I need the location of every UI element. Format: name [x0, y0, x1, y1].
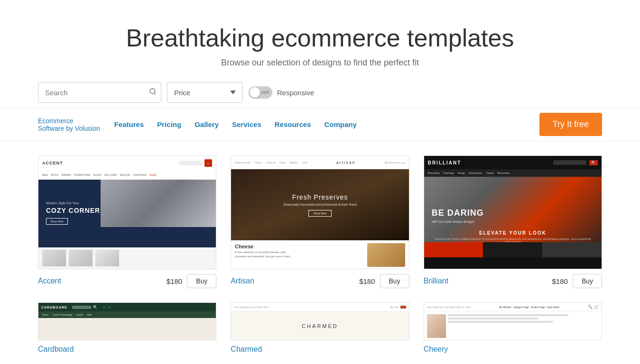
responsive-toggle[interactable]: OFF [249, 86, 272, 99]
toggle-wrapper: OFF Responsive [249, 86, 314, 99]
template-footer-cardboard: Cardboard [38, 345, 216, 354]
nav-link-features[interactable]: Features [114, 120, 144, 128]
templates-grid: ACCENT 🛒 BED BATH DINING FURNITURE RUGS … [0, 141, 640, 364]
brand-software: Software by Volusion [38, 125, 100, 132]
template-card-charmed: Free Shipping on all Orders $75+ My Cart… [231, 302, 409, 354]
nav-link-pricing[interactable]: Pricing [157, 120, 181, 128]
template-thumbnail-charmed: Free Shipping on all Orders $75+ My Cart… [231, 302, 409, 340]
nav-left: Ecommerce Software by Volusion Features … [38, 117, 357, 132]
template-thumbnail-brilliant: BRILLIANT 🔍 Bracelets Earrings Rings Nec… [424, 155, 602, 269]
toggle-thumb [250, 87, 260, 98]
try-it-free-button[interactable]: Try It free [539, 113, 602, 136]
search-icon-button[interactable] [149, 88, 157, 97]
template-footer-artisan: Artisan $180 Buy [231, 274, 409, 288]
template-name-brilliant[interactable]: Brilliant [424, 277, 448, 285]
nav-links: Features Pricing Gallery Services Resour… [114, 120, 357, 128]
svg-line-1 [154, 93, 156, 94]
template-price-brilliant: $180 [552, 277, 568, 285]
search-icon [149, 88, 157, 95]
price-select[interactable]: Price Low to High High to Low [167, 82, 243, 103]
nav-link-resources[interactable]: Resources [275, 120, 311, 128]
template-footer-brilliant: Brilliant $180 Buy [424, 274, 602, 288]
template-card-accent: ACCENT 🛒 BED BATH DINING FURNITURE RUGS … [38, 155, 216, 288]
template-buy-accent[interactable]: Buy [187, 274, 216, 288]
search-wrapper [38, 82, 161, 103]
nav-bar: Ecommerce Software by Volusion Features … [0, 108, 640, 141]
template-card-artisan: New ArrivalsAboutCheeseMeatBakeryDeli ar… [231, 155, 409, 288]
search-input[interactable] [38, 82, 161, 103]
template-name-accent[interactable]: Accent [38, 277, 61, 285]
template-footer-accent: Accent $180 Buy [38, 274, 216, 288]
nav-link-gallery[interactable]: Gallery [195, 120, 219, 128]
template-name-artisan[interactable]: Artisan [231, 277, 254, 285]
template-buy-artisan[interactable]: Buy [380, 274, 409, 288]
template-card-cheery: Free Shipping on all Orders $75+ or more… [424, 302, 602, 354]
hero-title: Breathtaking ecommerce templates [9, 24, 631, 52]
template-thumbnail-cheery: Free Shipping on all Orders $75+ or more… [424, 302, 602, 340]
template-thumbnail-cardboard: CARDBOARD 🔍 👤 🛒 Home Custom Packaging La… [38, 302, 216, 340]
template-card-cardboard: CARDBOARD 🔍 👤 🛒 Home Custom Packaging La… [38, 302, 216, 354]
nav-link-company[interactable]: Company [324, 120, 356, 128]
nav-link-services[interactable]: Services [232, 120, 261, 128]
template-name-charmed[interactable]: Charmed [231, 345, 262, 354]
template-price-accent: $180 [167, 277, 182, 285]
template-footer-cheery: Cheery [424, 345, 602, 354]
template-price-artisan: $180 [359, 277, 375, 285]
template-name-cheery[interactable]: Cheery [424, 345, 448, 354]
template-thumbnail-accent: ACCENT 🛒 BED BATH DINING FURNITURE RUGS … [38, 155, 216, 269]
template-footer-charmed: Charmed [231, 345, 409, 354]
template-card-brilliant: BRILLIANT 🔍 Bracelets Earrings Rings Nec… [424, 155, 602, 288]
svg-point-0 [150, 89, 155, 94]
template-thumbnail-artisan: New ArrivalsAboutCheeseMeatBakeryDeli ar… [231, 155, 409, 269]
brand-block: Ecommerce Software by Volusion [38, 117, 100, 132]
hero-section: Breathtaking ecommerce templates Browse … [0, 0, 640, 82]
brand-ecommerce: Ecommerce [38, 117, 100, 125]
template-buy-brilliant[interactable]: Buy [573, 274, 602, 288]
toggle-off-label: OFF [261, 90, 269, 95]
template-name-cardboard[interactable]: Cardboard [38, 345, 74, 354]
responsive-label: Responsive [277, 89, 314, 97]
hero-subtitle: Browse our selection of designs to find … [9, 58, 631, 68]
filters-bar: Price Low to High High to Low OFF Respon… [0, 82, 640, 103]
